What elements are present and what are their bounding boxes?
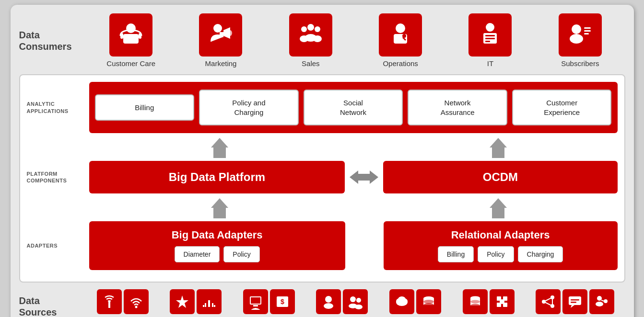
source-subscribers: Subscribers xyxy=(316,289,368,317)
platform-row: Big Data Platform OCDM xyxy=(89,161,618,193)
customer-care-icon-box xyxy=(109,13,152,57)
it1-icon-box xyxy=(463,289,488,314)
analytic-apps-section: ANALYTICAPPLICATIONS Billing Policy andC… xyxy=(27,82,618,133)
main-container: DataConsumers Customer Care xyxy=(11,5,634,317)
inner-frame: ANALYTICAPPLICATIONS Billing Policy andC… xyxy=(19,74,625,283)
arrow-bar xyxy=(358,174,370,181)
iot1-icon-box xyxy=(170,289,195,314)
big-data-adapters-box: Big Data Adapters Diameter Policy xyxy=(89,221,345,270)
operations-icon-box xyxy=(379,13,422,57)
relational-adapters-box: Relational Adapters Billing Policy Charg… xyxy=(384,221,618,270)
diameter-pill: Diameter xyxy=(175,246,220,262)
customer-care-label: Customer Care xyxy=(106,59,155,68)
app-social-network: SocialNetwork xyxy=(304,90,403,125)
svg-point-44 xyxy=(355,305,363,309)
platform-section: PLATFORMCOMPONENTS Big Data Platform xyxy=(27,161,618,193)
svg-point-56 xyxy=(470,300,480,304)
svg-point-8 xyxy=(301,26,307,32)
svg-rect-19 xyxy=(485,38,495,39)
svg-rect-71 xyxy=(571,302,576,303)
soc3-icon-box xyxy=(589,289,614,314)
policy-pill-right: Policy xyxy=(478,246,514,262)
sub1-icon xyxy=(320,294,337,310)
source-networks: Networks xyxy=(97,289,149,317)
big-data-adapters-title: Big Data Adapters xyxy=(172,229,263,241)
svg-rect-5 xyxy=(220,32,223,36)
svg-point-0 xyxy=(126,23,136,33)
ocdm-box: OCDM xyxy=(383,161,617,193)
network2-icon-box xyxy=(124,289,149,314)
arrow-up-adapter-right xyxy=(490,198,507,218)
adapters-section: ADAPTERS Big Data Adapters Diameter Poli… xyxy=(27,221,618,270)
analytic-to-platform-arrows xyxy=(27,138,618,158)
arrow-right-head xyxy=(370,170,378,184)
svg-line-66 xyxy=(544,302,552,306)
source-oss: $ OSS/BSS xyxy=(243,289,295,317)
big-data-platform-box: Big Data Platform xyxy=(89,161,345,193)
adapters-label: ADAPTERS xyxy=(27,221,89,270)
svg-rect-29 xyxy=(208,300,210,307)
adapters-row: Big Data Adapters Diameter Policy Relati… xyxy=(89,221,618,270)
arrow-up-right xyxy=(490,138,507,158)
data-consumers-row: DataConsumers Customer Care xyxy=(19,13,625,68)
svg-line-75 xyxy=(601,300,604,301)
svg-rect-31 xyxy=(212,303,213,307)
svg-rect-70 xyxy=(571,299,579,301)
svg-point-39 xyxy=(325,296,332,303)
iot1-icon xyxy=(174,294,190,310)
source-iot: IoT/M2M xyxy=(170,289,222,317)
marketing-label: Marketing xyxy=(205,59,237,68)
svg-rect-33 xyxy=(214,305,215,307)
svg-rect-35 xyxy=(251,297,260,304)
horiz-arrow-section xyxy=(350,161,378,193)
it1-icon xyxy=(467,294,483,310)
app-policy-charging: Policy andCharging xyxy=(199,90,299,125)
relational-adapters-title: Relational Adapters xyxy=(451,229,550,241)
svg-point-74 xyxy=(604,299,608,303)
analytic-apps-label: ANALYTICAPPLICATIONS xyxy=(27,82,89,133)
network1-icon xyxy=(101,294,117,310)
iot2-icon-box xyxy=(197,289,222,314)
svg-marker-28 xyxy=(176,295,188,308)
svg-point-61 xyxy=(500,299,504,304)
policy-pill-left: Policy xyxy=(223,246,259,262)
svg-point-55 xyxy=(470,304,480,307)
big-data-platform-label: Big Data Platform xyxy=(169,170,265,184)
arrow-up-left xyxy=(211,138,228,158)
sources-icons: Networks xyxy=(86,289,625,317)
data-consumers-label: DataConsumers xyxy=(19,29,86,52)
subscribers-icon xyxy=(566,21,595,49)
svg-point-13 xyxy=(396,23,405,33)
it-label: IT xyxy=(487,59,493,68)
cloud1-icon-box xyxy=(389,289,414,314)
source-it: IT xyxy=(463,289,515,317)
sub1-icon-box xyxy=(316,289,341,314)
it2-icon-box xyxy=(490,289,515,314)
source-cloud: Cloud/NFV/SDN xyxy=(389,289,441,317)
it-icon xyxy=(476,21,504,49)
marketing-icon xyxy=(206,21,235,49)
arrow-up-adapter-left xyxy=(211,198,228,218)
svg-point-4 xyxy=(213,24,222,33)
svg-point-73 xyxy=(596,302,603,306)
arrow-left-head xyxy=(350,170,358,184)
svg-rect-23 xyxy=(584,27,591,29)
sales-icon-box xyxy=(289,13,332,57)
svg-rect-25 xyxy=(584,33,589,34)
ocdm-label: OCDM xyxy=(483,170,518,184)
svg-point-11 xyxy=(300,35,308,42)
svg-rect-1 xyxy=(123,34,139,44)
consumer-sales: Sales xyxy=(275,13,347,68)
cloud-icon-group xyxy=(389,289,441,314)
adapters-content: Big Data Adapters Diameter Policy Relati… xyxy=(89,221,618,270)
analytic-bar: Billing Policy andCharging SocialNetwork… xyxy=(89,82,618,133)
app-customer-experience: CustomerExperience xyxy=(512,90,612,125)
customer-care-icon xyxy=(117,21,145,49)
data-sources-row: DataSources xyxy=(19,289,625,317)
svg-point-40 xyxy=(324,303,333,309)
marketing-icon-box xyxy=(199,13,242,57)
data-sources-label: DataSources xyxy=(19,295,86,317)
big-data-adapter-pills: Diameter Policy xyxy=(175,246,260,262)
soc1-icon xyxy=(540,294,556,310)
svg-point-7 xyxy=(307,24,314,31)
